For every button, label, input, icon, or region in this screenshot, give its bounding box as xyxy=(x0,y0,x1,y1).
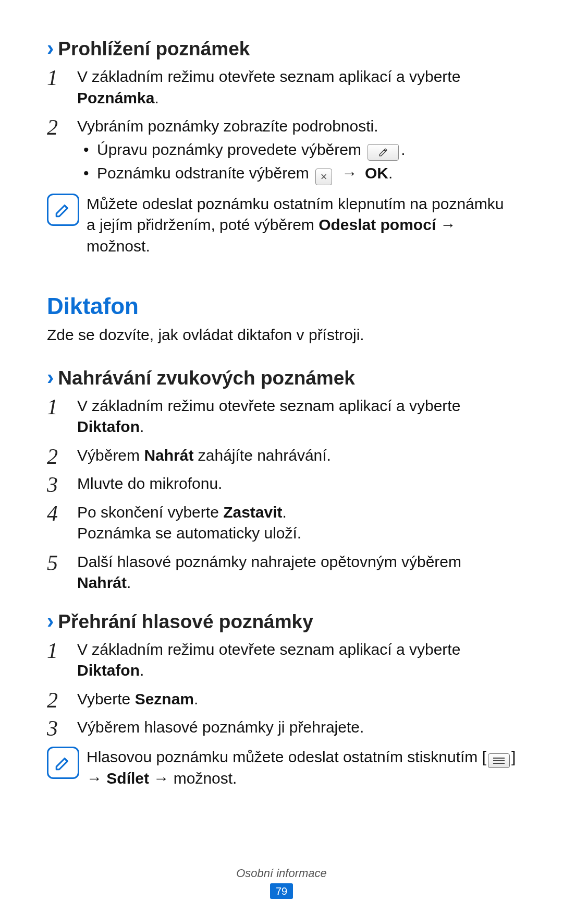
lead-text: Zde se dozvíte, jak ovládat diktafon v p… xyxy=(47,325,516,346)
subheading-play: › Přehrání hlasové poznámky xyxy=(47,609,516,633)
subheading-text: Prohlížení poznámek xyxy=(58,38,250,60)
step-text: Další hlasové poznámky nahrajete opětovn… xyxy=(77,553,461,570)
step-text: Mluvte do mikrofonu. xyxy=(77,475,222,492)
step: Další hlasové poznámky nahrajete opětovn… xyxy=(47,551,516,594)
step-text: Po skončení vyberte xyxy=(77,503,223,521)
step-text: Výběrem xyxy=(77,447,144,464)
step-text: . xyxy=(283,503,287,521)
step: Výběrem hlasové poznámky ji přehrajete. xyxy=(47,717,516,738)
step-text: . xyxy=(127,574,131,591)
step-text: . xyxy=(154,89,158,106)
step: Po skončení vyberte Zastavit. Poznámka s… xyxy=(47,502,516,544)
page-number: 79 xyxy=(270,883,293,899)
close-icon: × xyxy=(315,169,332,185)
bullet: Poznámku odstraníte výběrem × → OK. xyxy=(83,163,516,185)
note-icon xyxy=(47,747,79,779)
tip-box: Můžete odeslat poznámku ostatním klepnut… xyxy=(47,193,516,257)
bullet-text: Poznámku odstraníte výběrem xyxy=(97,164,313,182)
step-text-bold: Diktafon xyxy=(77,662,140,679)
step: V základním režimu otevřete seznam aplik… xyxy=(47,395,516,438)
step-text-bold: Zastavit xyxy=(223,503,282,521)
subheading-view-notes: › Prohlížení poznámek xyxy=(47,37,516,60)
bullet-text-bold: OK xyxy=(365,164,388,182)
footer-section-label: Osobní informace xyxy=(0,867,563,880)
step: V základním režimu otevřete seznam aplik… xyxy=(47,639,516,681)
step-text: V základním režimu otevřete seznam aplik… xyxy=(77,641,460,658)
step-text-bold: Seznam xyxy=(135,690,194,707)
arrow-text: → xyxy=(337,164,362,182)
subheading-record: › Nahrávání zvukových poznámek xyxy=(47,366,516,389)
bullet: Úpravu poznámky provedete výběrem . xyxy=(83,139,516,161)
chevron-right-icon: › xyxy=(47,609,54,633)
tip-text: → možnost. xyxy=(149,770,237,787)
section-record: › Nahrávání zvukových poznámek V základn… xyxy=(47,366,516,594)
steps-record: V základním režimu otevřete seznam aplik… xyxy=(47,395,516,594)
step-text: . xyxy=(140,418,144,435)
step-text: Výběrem hlasové poznámky ji přehrajete. xyxy=(77,718,364,736)
tip-text-bold: Odeslat pomocí xyxy=(319,216,436,233)
step-text: . xyxy=(140,662,144,679)
manual-page: › Prohlížení poznámek V základním režimu… xyxy=(0,0,563,924)
bullet-text: . xyxy=(401,141,405,158)
edit-icon xyxy=(368,144,399,161)
step: Vyberte Seznam. xyxy=(47,689,516,710)
step-text-bold: Nahrát xyxy=(77,574,127,591)
bullet-text: . xyxy=(388,164,393,182)
chevron-right-icon: › xyxy=(47,366,54,389)
steps-play: V základním režimu otevřete seznam aplik… xyxy=(47,639,516,738)
tip-body: Můžete odeslat poznámku ostatním klepnut… xyxy=(87,193,516,257)
tip-text: Hlasovou poznámku můžete odeslat ostatní… xyxy=(87,748,486,765)
step-text-bold: Diktafon xyxy=(77,418,140,435)
step-text: V základním režimu otevřete seznam aplik… xyxy=(77,397,460,414)
section-view-notes: › Prohlížení poznámek V základním režimu… xyxy=(47,37,516,257)
step-text-bold: Poznámka xyxy=(77,89,154,106)
step: Mluvte do mikrofonu. xyxy=(47,473,516,495)
step: Vybráním poznámky zobrazíte podrobnosti.… xyxy=(47,116,516,185)
step-text: zahájíte nahrávání. xyxy=(193,447,331,464)
note-icon xyxy=(47,194,79,226)
sub-bullets: Úpravu poznámky provedete výběrem . Pozn… xyxy=(83,139,516,185)
section-title-diktafon: Diktafon xyxy=(47,293,516,319)
step-text: . xyxy=(194,690,198,707)
subheading-text: Přehrání hlasové poznámky xyxy=(58,611,313,633)
step-text: Vyberte xyxy=(77,690,135,707)
menu-key-icon xyxy=(488,753,510,768)
step: Výběrem Nahrát zahájíte nahrávání. xyxy=(47,445,516,466)
section-play: › Přehrání hlasové poznámky V základním … xyxy=(47,609,516,789)
step: V základním režimu otevřete seznam aplik… xyxy=(47,66,516,109)
page-footer: Osobní informace 79 xyxy=(0,867,563,899)
bullet-text: Úpravu poznámky provedete výběrem xyxy=(97,141,365,158)
subheading-text: Nahrávání zvukových poznámek xyxy=(58,367,355,389)
tip-box: Hlasovou poznámku můžete odeslat ostatní… xyxy=(47,746,516,789)
tip-body: Hlasovou poznámku můžete odeslat ostatní… xyxy=(87,746,516,789)
tip-text-bold: Sdílet xyxy=(106,770,149,787)
step-text: V základním režimu otevřete seznam aplik… xyxy=(77,68,460,85)
step-text: Poznámka se automaticky uloží. xyxy=(77,524,301,542)
steps-view-notes: V základním režimu otevřete seznam aplik… xyxy=(47,66,516,185)
step-text: Vybráním poznámky zobrazíte podrobnosti. xyxy=(77,117,378,135)
chevron-right-icon: › xyxy=(47,37,54,60)
step-text-bold: Nahrát xyxy=(144,447,193,464)
